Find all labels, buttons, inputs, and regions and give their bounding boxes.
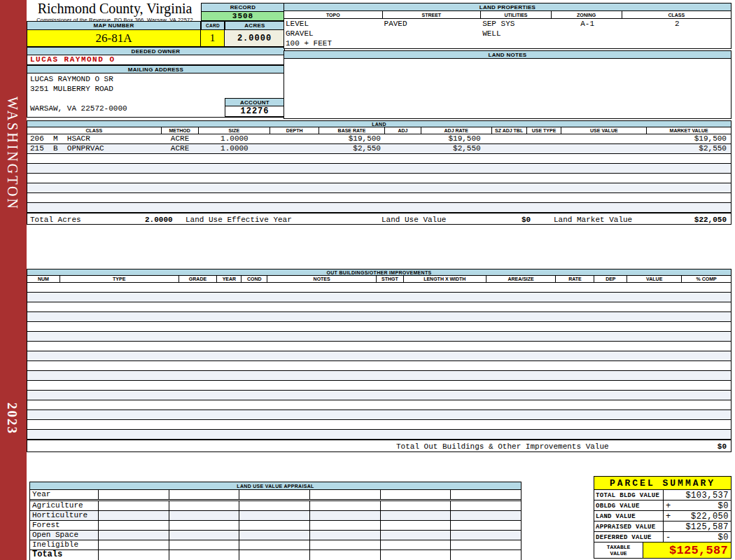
land-cell [199,203,271,213]
land-column-header: MARKET VALUE [647,127,731,134]
out-buildings-column-header: AREA/SIZE [486,276,556,282]
appraisal-cell [451,490,521,499]
record-value: 3508 [201,12,285,21]
land-column-header: USE VALUE [561,127,647,134]
page-title: Richmond County, Virginia [31,1,199,17]
land-cell [270,144,319,153]
appraisal-cell [99,490,169,499]
land-properties-column-header: STREET [383,11,482,18]
parcel-summary-row-label: APPRAISED VALUE [594,522,664,531]
out-building-empty-row [27,400,731,410]
out-building-empty-row [27,332,731,342]
land-properties-value [622,38,732,48]
land-cell [492,174,527,183]
map-number-value: 26-81A [27,30,201,47]
appraisal-row-label: Totals [30,550,99,560]
land-cell [199,174,271,183]
account-header: ACCOUNT [225,98,285,106]
county-title-block: Richmond County, Virginia Commissioner o… [31,1,199,23]
land-properties-row: 100 + FEET [284,38,731,48]
land-cell [492,144,527,153]
land-cell: 1.0000 [199,144,271,153]
out-buildings-column-header: COND [241,276,267,282]
land-properties-column-header: UTILITIES [481,11,552,18]
sidebar-county-label: WASHINGTON [4,97,20,211]
appraisal-cell [239,490,310,499]
appraisal-cell [239,501,310,510]
appraisal-cell [99,540,169,550]
land-properties-values: LEVELPAVEDSEP SYSA-12GRAVELWELL100 + FEE… [284,19,732,49]
appraisal-cell [169,531,240,540]
parcel-summary-value: $0 [718,533,729,542]
land-properties-column-header: CLASS [622,11,732,18]
appraisal-cell [451,540,521,550]
land-cell [319,183,385,192]
appraisal-cell [451,511,521,520]
land-cell [647,203,731,213]
land-cell [527,203,562,213]
land-column-header: CLASS [27,127,162,134]
land-cell [385,154,421,163]
land-use-value: $0 [522,216,531,224]
land-rows: 206 M HSACRACRE1.0000$19,500$19,500$19,5… [27,134,732,213]
land-cell [270,183,319,192]
land-cell [27,174,162,183]
card-header: CARD [201,21,225,30]
land-cell [162,193,199,202]
land-cell [385,134,421,144]
parcel-summary-value-cell: +$22,050 [664,511,731,521]
out-building-empty-row [27,420,731,430]
appraisal-row-label: Open Space [30,531,99,540]
appraisal-cell [381,521,451,530]
land-properties-column-header: ZONING [552,11,622,18]
land-cell [647,154,731,163]
land-properties-value: 2 [622,19,732,29]
land-cell: 215 B OPNPRVAC [27,144,162,153]
account-value: 12276 [225,106,285,117]
appraisal-cell [239,511,310,520]
land-cell [421,203,492,213]
land-properties-row: LEVELPAVEDSEP SYSA-12 [284,19,731,29]
appraisal-cell [381,501,451,510]
land-empty-row [27,154,731,164]
appraisal-cell [381,531,451,540]
parcel-summary-row: DEFERRED VALUE-$0 [594,532,731,542]
out-building-empty-row [27,381,731,391]
land-cell [421,183,492,192]
land-column-header: USE TYPE [527,127,562,134]
parcel-summary-row-label: OBLDG VALUE [594,500,664,510]
land-properties-value: PAVED [383,19,482,29]
land-cell [421,154,492,163]
year-binder-sidebar: WASHINGTON 2023 [0,0,27,560]
land-notes-box [284,59,732,119]
land-cell [527,193,562,202]
land-cell [561,154,647,163]
appraisal-cell [381,490,451,499]
out-buildings-column-header: TYPE [60,276,179,282]
land-properties-header: LAND PROPERTIES [284,3,732,11]
appraisal-cell [239,531,310,540]
parcel-summary-value: $125,587 [685,522,729,532]
land-cell [319,174,385,183]
land-cell: ACRE [162,144,199,153]
out-buildings-total-row: Total Out Buildings & Other Improvements… [27,440,732,452]
out-building-empty-row [27,361,731,371]
appraisal-cell [310,521,381,530]
appraisal-cell [99,501,169,510]
land-cell: ACRE [162,134,199,144]
land-cell [561,174,647,183]
out-building-empty-row [27,410,731,420]
appraisal-cell [381,550,451,560]
address-line: 3251 MULBERRY ROAD [30,84,284,94]
parcel-summary-header: PARCEL SUMMARY [594,476,732,490]
land-cell [561,144,647,153]
land-cell [492,193,527,202]
appraisal-row: Totals [30,550,521,560]
out-buildings-column-header: VALUE [627,276,682,282]
out-buildings-column-headers: NUMTYPEGRADEYEARCONDNOTESSTHGTLENGTH X W… [27,276,732,283]
parcel-summary-value-cell: $103,537 [664,490,731,500]
land-properties-column-header: TOPO [284,11,383,18]
land-cell: $2,550 [647,144,731,153]
land-cell [561,164,647,173]
land-properties-row: GRAVELWELL [284,29,731,38]
